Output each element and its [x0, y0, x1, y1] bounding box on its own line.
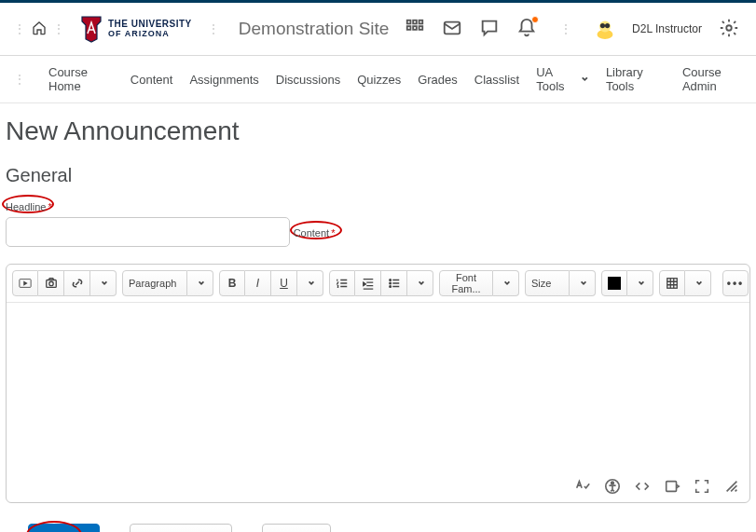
svg-point-12 [726, 25, 732, 31]
nav-assignments[interactable]: Assignments [189, 73, 258, 87]
page-body: New Announcement General Headline * Cont… [0, 103, 756, 532]
editor-footer [7, 471, 749, 502]
nav-course-admin[interactable]: Course Admin [682, 65, 749, 93]
notification-badge [531, 16, 539, 23]
preview-icon[interactable] [664, 478, 680, 495]
home-link[interactable] [32, 20, 47, 38]
list-more-button[interactable] [407, 270, 433, 296]
home-icon [32, 20, 47, 35]
drag-handle-icon: ⋮ [7, 72, 32, 87]
camera-icon [45, 277, 58, 290]
nav-quizzes[interactable]: Quizzes [357, 73, 401, 87]
rich-text-editor: Paragraph B I U Font Fam... Size [6, 264, 750, 503]
table-icon [666, 277, 679, 290]
list-ul-button[interactable] [381, 270, 407, 296]
chevron-down-icon [581, 75, 589, 84]
content-label: Content * [294, 227, 336, 239]
italic-button[interactable]: I [245, 270, 271, 296]
svg-rect-1 [413, 20, 417, 23]
headline-label: Headline * [6, 201, 52, 212]
text-color-button[interactable] [601, 270, 627, 296]
divider-dots: ⋮ [47, 21, 71, 36]
paragraph-select[interactable]: Paragraph [122, 270, 187, 296]
list-ol-button[interactable] [329, 270, 355, 296]
svg-rect-22 [667, 482, 677, 492]
svg-rect-19 [667, 279, 678, 289]
nav-library-tools[interactable]: Library Tools [606, 65, 666, 93]
avatar[interactable] [595, 19, 615, 39]
headline-input[interactable] [6, 217, 290, 247]
chevron-down-icon [101, 280, 108, 287]
mail-icon [442, 18, 462, 38]
chevron-down-icon [198, 280, 205, 287]
indent-icon [362, 277, 375, 290]
page-title: New Announcement [6, 116, 750, 146]
font-size-select[interactable]: Size [525, 270, 570, 296]
text-format-more[interactable] [297, 270, 323, 296]
cancel-button[interactable]: Cancel [262, 524, 330, 532]
underline-button[interactable]: U [271, 270, 297, 296]
svg-rect-4 [413, 26, 417, 30]
fullscreen-icon[interactable] [694, 478, 710, 495]
text-color-dropdown[interactable] [627, 270, 653, 296]
content-textarea[interactable] [7, 303, 749, 471]
toolbar-more-button[interactable]: ••• [722, 270, 749, 296]
chevron-down-icon [418, 280, 425, 287]
drag-handle-icon: ⋮ [7, 21, 32, 36]
svg-rect-11 [600, 25, 610, 27]
svg-point-16 [389, 280, 391, 281]
svg-rect-0 [407, 20, 411, 23]
svg-point-18 [389, 286, 391, 288]
university-name: THE UNIVERSITY OF ARIZONA [108, 20, 192, 38]
course-nav: ⋮ Course Home Content Assignments Discus… [0, 56, 756, 103]
indent-button[interactable] [355, 270, 381, 296]
play-icon [19, 277, 32, 290]
resize-handle-icon[interactable] [723, 478, 740, 495]
bold-button[interactable]: B [219, 270, 245, 296]
svg-rect-2 [419, 20, 423, 23]
apps-button[interactable] [405, 18, 425, 41]
insert-media-button[interactable] [12, 270, 38, 296]
header-tools: ⋮ D2L Instructor [405, 18, 739, 41]
university-logo[interactable]: THE UNIVERSITY OF ARIZONA [80, 15, 192, 43]
chevron-down-icon [580, 280, 587, 287]
site-name[interactable]: Demonstration Site [239, 19, 390, 39]
table-button[interactable] [659, 270, 685, 296]
divider-dots: ⋮ [554, 21, 578, 36]
nav-discussions[interactable]: Discussions [276, 73, 340, 87]
settings-button[interactable] [719, 18, 739, 41]
svg-rect-5 [419, 26, 423, 30]
accessibility-icon[interactable] [604, 478, 621, 495]
font-family-select[interactable]: Font Fam... [439, 270, 493, 296]
list-bullet-icon [388, 277, 401, 290]
insert-more-button[interactable] [90, 270, 117, 296]
svg-rect-3 [407, 26, 411, 30]
paragraph-dropdown[interactable] [187, 270, 213, 296]
nav-content[interactable]: Content [131, 73, 173, 87]
html-source-icon[interactable] [634, 478, 651, 495]
publish-button[interactable]: Publish [28, 524, 100, 532]
chevron-down-icon [503, 280, 511, 287]
chevron-down-icon [695, 280, 703, 287]
chat-icon [479, 18, 500, 38]
font-family-dropdown[interactable] [493, 270, 519, 296]
link-icon [71, 277, 84, 290]
save-draft-button[interactable]: Save as Draft [130, 524, 232, 532]
username-label[interactable]: D2L Instructor [632, 22, 702, 35]
grid-icon [405, 18, 425, 38]
svg-point-21 [612, 482, 614, 484]
font-size-dropdown[interactable] [570, 270, 596, 296]
insert-link-button[interactable] [64, 270, 90, 296]
nav-course-home[interactable]: Course Home [48, 65, 114, 93]
nav-ua-tools[interactable]: UA Tools [536, 65, 589, 93]
chevron-down-icon [308, 280, 315, 287]
spellcheck-icon[interactable] [574, 478, 591, 495]
mail-button[interactable] [442, 18, 462, 41]
notifications-button[interactable] [516, 18, 537, 41]
table-dropdown[interactable] [685, 270, 711, 296]
nav-classlist[interactable]: Classlist [474, 73, 519, 87]
nav-grades[interactable]: Grades [418, 73, 458, 87]
insert-image-button[interactable] [38, 270, 64, 296]
gear-icon [719, 18, 739, 38]
chat-button[interactable] [479, 18, 500, 41]
